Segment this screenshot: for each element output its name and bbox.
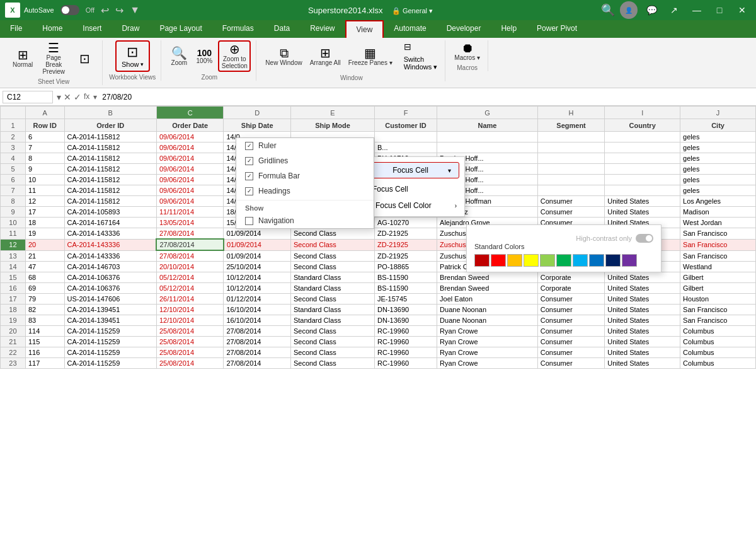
tab-formulas[interactable]: Formulas	[212, 20, 264, 38]
cell-a[interactable]: 20	[25, 239, 64, 250]
cell-d[interactable]: 01/09/2014	[224, 228, 290, 240]
tab-insert[interactable]: Insert	[72, 20, 112, 38]
cell-c[interactable]: 09/06/2014	[156, 196, 223, 207]
cell-c[interactable]: 12/10/2014	[156, 315, 223, 326]
tab-review[interactable]: Review	[300, 20, 345, 38]
cell-f[interactable]: RC-19960	[375, 337, 437, 347]
cell-h[interactable]: Consumer	[537, 337, 604, 347]
cell-b[interactable]: CA-2014-115812	[64, 196, 156, 207]
col-header-b[interactable]: B	[64, 107, 156, 119]
cell-c[interactable]: 13/05/2014	[156, 218, 223, 228]
zoom-btn[interactable]: 🔍 Zoom	[168, 45, 190, 67]
cell-e[interactable]: Second Class	[290, 294, 374, 305]
undo-icon[interactable]: ↩	[101, 4, 109, 16]
cell-j[interactable]: geles	[680, 175, 756, 185]
cell-g[interactable]: Brendan Sweed	[437, 272, 538, 283]
cell-i[interactable]	[605, 153, 680, 164]
cell-g[interactable]	[437, 132, 538, 142]
cell-i[interactable]: United States	[605, 305, 680, 315]
cell-a[interactable]: 10	[25, 175, 64, 185]
cell-a[interactable]: 47	[25, 262, 64, 272]
cell-d[interactable]: 27/08/2014	[224, 347, 290, 358]
cell-a[interactable]: 9	[25, 164, 64, 175]
cell-e[interactable]: Second Class	[290, 337, 374, 347]
cell-j[interactable]: San Francisco	[680, 305, 756, 315]
function-icon[interactable]: fx	[84, 92, 89, 102]
cell-f[interactable]: BS-11590	[375, 283, 437, 294]
cell-g[interactable]: Joel Eaton	[437, 294, 538, 305]
cell-c[interactable]: 26/11/2014	[156, 294, 223, 305]
cell-a[interactable]: 8	[25, 153, 64, 164]
col-header-a[interactable]: A	[25, 107, 64, 119]
cell-j[interactable]: West Jordan	[680, 218, 756, 228]
table-row[interactable]: 21115CA-2014-11525925/08/201427/08/2014S…	[1, 337, 756, 347]
cell-f[interactable]: ZD-21925	[375, 239, 437, 250]
zoom-100-btn[interactable]: 100 100%	[193, 47, 215, 66]
cell-b[interactable]: CA-2014-167164	[64, 218, 156, 228]
table-row[interactable]: 20114CA-2014-11525925/08/201427/08/2014S…	[1, 326, 756, 337]
cell-i[interactable]	[605, 132, 680, 142]
tab-page-layout[interactable]: Page Layout	[149, 20, 212, 38]
cell-c[interactable]: 27/08/2014	[156, 239, 223, 250]
col-header-h[interactable]: H	[537, 107, 604, 119]
cell-h[interactable]: Consumer	[537, 326, 604, 337]
cell-c[interactable]: 09/06/2014	[156, 175, 223, 185]
expand-icon[interactable]: ▾	[57, 92, 61, 102]
table-row[interactable]: 1983CA-2014-13945112/10/201416/10/2014St…	[1, 315, 756, 326]
cell-e[interactable]: Standard Class	[290, 305, 374, 315]
col-header-d[interactable]: D	[224, 107, 290, 119]
show-btn[interactable]: ⊡ Show ▾	[115, 40, 150, 72]
cell-a[interactable]: 68	[25, 272, 64, 283]
macros-btn[interactable]: ⏺ Macros ▾	[452, 40, 483, 62]
cell-c[interactable]: 05/12/2014	[156, 283, 223, 294]
cell-f[interactable]: RC-19960	[375, 358, 437, 369]
navigation-checkbox[interactable]	[245, 217, 253, 225]
cell-b[interactable]: CA-2014-115259	[64, 347, 156, 358]
high-contrast-toggle[interactable]	[636, 234, 653, 243]
custom-views-btn[interactable]: ⊡	[72, 51, 97, 66]
cell-b[interactable]: CA-2014-115259	[64, 326, 156, 337]
cell-e[interactable]: Standard Class	[290, 283, 374, 294]
cell-c[interactable]: 12/10/2014	[156, 305, 223, 315]
cell-c[interactable]: 09/06/2014	[156, 185, 223, 196]
cell-f[interactable]: PO-18865	[375, 262, 437, 272]
cell-i[interactable]: United States	[605, 347, 680, 358]
cell-i[interactable]: United States	[605, 196, 680, 207]
cell-b[interactable]: CA-2014-143336	[64, 239, 156, 250]
cell-h[interactable]: Consumer	[537, 207, 604, 218]
cell-e[interactable]: Second Class	[290, 239, 374, 250]
tab-home[interactable]: Home	[32, 20, 72, 38]
cell-h[interactable]	[537, 142, 604, 153]
autosave-toggle[interactable]	[60, 5, 79, 15]
split-btn[interactable]: ⊟	[401, 40, 440, 53]
cell-c[interactable]: 27/08/2014	[156, 250, 223, 262]
headings-checkbox[interactable]	[245, 187, 253, 195]
cell-j[interactable]: San Francisco	[680, 250, 756, 262]
cell-e[interactable]: Second Class	[290, 347, 374, 358]
formula-bar-checkbox[interactable]	[245, 172, 253, 180]
table-row[interactable]: 1669CA-2014-10637605/12/201410/12/2014St…	[1, 283, 756, 294]
label-country[interactable]: Country	[605, 119, 680, 132]
headings-item[interactable]: Headings	[236, 183, 374, 199]
cell-h[interactable]: Consumer	[537, 315, 604, 326]
cell-b[interactable]: CA-2014-115259	[64, 337, 156, 347]
cell-h[interactable]: Corporate	[537, 283, 604, 294]
cell-i[interactable]: United States	[605, 272, 680, 283]
color-swatch-4[interactable]	[524, 254, 539, 267]
gridlines-checkbox[interactable]	[245, 157, 253, 165]
cell-f[interactable]	[375, 132, 437, 142]
cell-reference[interactable]	[3, 91, 53, 103]
cell-g[interactable]: Duane Noonan	[437, 315, 538, 326]
cell-b[interactable]: CA-2014-106376	[64, 283, 156, 294]
arrange-all-btn[interactable]: ⊞ Arrange All	[307, 45, 343, 67]
col-header-c[interactable]: C	[156, 107, 223, 119]
table-row[interactable]: 26CA-2014-11581209/06/201414/0geles	[1, 132, 756, 142]
cell-i[interactable]	[605, 164, 680, 175]
table-row[interactable]: 1779US-2014-14760626/11/201401/12/2014Se…	[1, 294, 756, 305]
cell-i[interactable]: United States	[605, 294, 680, 305]
cell-a[interactable]: 69	[25, 283, 64, 294]
label-name[interactable]: Name	[437, 119, 538, 132]
cell-j[interactable]: Westland	[680, 262, 756, 272]
table-row[interactable]: 1568CA-2014-10637605/12/201410/12/2014St…	[1, 272, 756, 283]
cell-a[interactable]: 115	[25, 337, 64, 347]
